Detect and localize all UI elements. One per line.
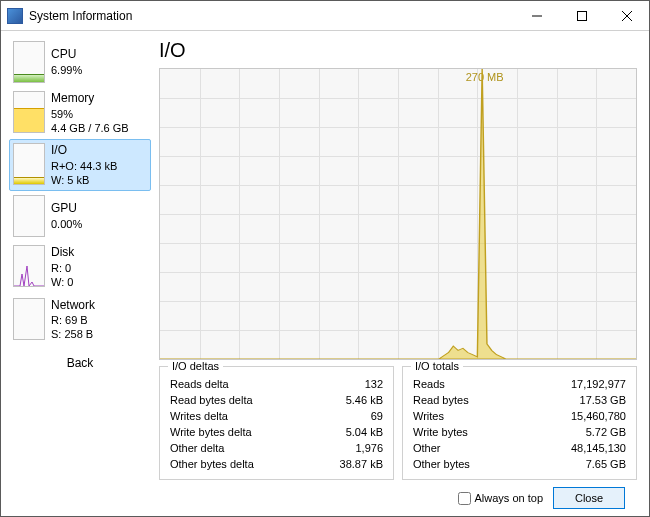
stat-value: 5.04 kB <box>311 425 383 439</box>
table-row: Other delta1,976 <box>170 441 383 455</box>
stat-key: Other bytes delta <box>170 457 309 471</box>
sidebar-item-gpu[interactable]: GPU 0.00% <box>9 191 151 241</box>
sidebar-item-sub2: W: 5 kB <box>51 173 117 187</box>
table-row: Write bytes5.72 GB <box>413 425 626 439</box>
stat-value: 15,460,780 <box>522 409 626 423</box>
app-icon <box>7 8 23 24</box>
back-button[interactable]: Back <box>9 346 151 370</box>
sidebar-item-label: Disk <box>51 245 74 261</box>
sidebar-item-sub: 6.99% <box>51 63 82 77</box>
disk-thumbnail <box>13 245 45 287</box>
svg-marker-4 <box>160 69 636 359</box>
io-totals-group: I/O totals Reads17,192,977Read bytes17.5… <box>402 366 637 480</box>
io-chart: 270 MB <box>159 68 637 360</box>
sidebar-item-cpu[interactable]: CPU 6.99% <box>9 37 151 87</box>
always-on-top-input[interactable] <box>458 492 471 505</box>
table-row: Write bytes delta5.04 kB <box>170 425 383 439</box>
cpu-thumbnail <box>13 41 45 83</box>
stat-key: Read bytes <box>413 393 520 407</box>
window-buttons <box>514 1 649 30</box>
close-window-button[interactable] <box>604 1 649 30</box>
stat-value: 48,145,130 <box>522 441 626 455</box>
sidebar-item-label: Memory <box>51 91 129 107</box>
sidebar-item-label: CPU <box>51 47 82 63</box>
network-thumbnail <box>13 298 45 340</box>
sidebar-item-sub: R: 0 <box>51 261 74 275</box>
sidebar-item-sub: 0.00% <box>51 217 82 231</box>
table-row: Reads17,192,977 <box>413 377 626 391</box>
stat-value: 69 <box>311 409 383 423</box>
sidebar-item-memory[interactable]: Memory 59% 4.4 GB / 7.6 GB <box>9 87 151 139</box>
stat-value: 38.87 kB <box>311 457 383 471</box>
io-deltas-table: Reads delta132Read bytes delta5.46 kBWri… <box>168 375 385 473</box>
stat-key: Write bytes delta <box>170 425 309 439</box>
window-title: System Information <box>29 9 514 23</box>
stats-row: I/O deltas Reads delta132Read bytes delt… <box>159 366 637 480</box>
body: CPU 6.99% Memory 59% 4.4 GB / 7.6 GB I/O… <box>1 31 649 516</box>
sidebar-item-sub2: 4.4 GB / 7.6 GB <box>51 121 129 135</box>
group-legend: I/O totals <box>411 360 463 372</box>
table-row: Writes15,460,780 <box>413 409 626 423</box>
sidebar-item-io[interactable]: I/O R+O: 44.3 kB W: 5 kB <box>9 139 151 191</box>
gpu-thumbnail <box>13 195 45 237</box>
always-on-top-checkbox[interactable]: Always on top <box>458 492 543 505</box>
stat-value: 17.53 GB <box>522 393 626 407</box>
stat-value: 132 <box>311 377 383 391</box>
sidebar-item-sub2: W: 0 <box>51 275 74 289</box>
stat-key: Read bytes delta <box>170 393 309 407</box>
stat-key: Other <box>413 441 520 455</box>
maximize-button[interactable] <box>559 1 604 30</box>
main-panel: I/O 270 MB I/O deltas Reads delta132Read… <box>151 31 649 516</box>
sidebar-item-sub2: S: 258 B <box>51 327 95 341</box>
always-on-top-label: Always on top <box>475 492 543 504</box>
sidebar-item-disk[interactable]: Disk R: 0 W: 0 <box>9 241 151 293</box>
stat-value: 5.46 kB <box>311 393 383 407</box>
table-row: Read bytes17.53 GB <box>413 393 626 407</box>
stat-key: Reads <box>413 377 520 391</box>
stat-key: Write bytes <box>413 425 520 439</box>
stat-key: Reads delta <box>170 377 309 391</box>
stat-value: 17,192,977 <box>522 377 626 391</box>
io-deltas-group: I/O deltas Reads delta132Read bytes delt… <box>159 366 394 480</box>
sidebar-item-label: GPU <box>51 201 82 217</box>
sidebar-item-label: Network <box>51 298 95 314</box>
sidebar-item-sub: R: 69 B <box>51 313 95 327</box>
svg-rect-1 <box>577 11 586 20</box>
table-row: Other bytes7.65 GB <box>413 457 626 471</box>
sidebar-item-sub: R+O: 44.3 kB <box>51 159 117 173</box>
sidebar: CPU 6.99% Memory 59% 4.4 GB / 7.6 GB I/O… <box>1 31 151 516</box>
stat-value: 5.72 GB <box>522 425 626 439</box>
sidebar-item-network[interactable]: Network R: 69 B S: 258 B <box>9 294 151 346</box>
close-button[interactable]: Close <box>553 487 625 509</box>
stat-key: Other delta <box>170 441 309 455</box>
page-title: I/O <box>159 39 637 62</box>
titlebar: System Information <box>1 1 649 31</box>
stat-key: Other bytes <box>413 457 520 471</box>
table-row: Reads delta132 <box>170 377 383 391</box>
window: System Information CPU 6.99% Memory 59% <box>0 0 650 517</box>
table-row: Other bytes delta38.87 kB <box>170 457 383 471</box>
stat-key: Writes delta <box>170 409 309 423</box>
stat-value: 1,976 <box>311 441 383 455</box>
minimize-button[interactable] <box>514 1 559 30</box>
io-thumbnail <box>13 143 45 185</box>
stat-value: 7.65 GB <box>522 457 626 471</box>
table-row: Other48,145,130 <box>413 441 626 455</box>
table-row: Writes delta69 <box>170 409 383 423</box>
sidebar-item-label: I/O <box>51 143 117 159</box>
group-legend: I/O deltas <box>168 360 223 372</box>
table-row: Read bytes delta5.46 kB <box>170 393 383 407</box>
stat-key: Writes <box>413 409 520 423</box>
sidebar-item-sub: 59% <box>51 107 129 121</box>
footer: Always on top Close <box>159 480 637 516</box>
io-totals-table: Reads17,192,977Read bytes17.53 GBWrites1… <box>411 375 628 473</box>
memory-thumbnail <box>13 91 45 133</box>
